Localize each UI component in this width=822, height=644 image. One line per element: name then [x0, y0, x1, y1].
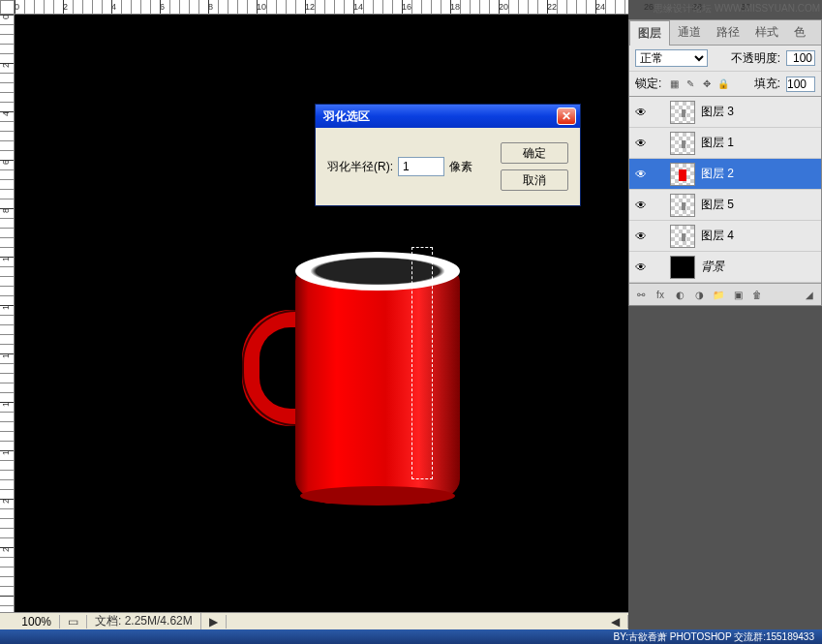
layers-panel: 图层 通道 路径 样式 色 正常 不透明度: 锁定: ▦ ✎ ✥ 🔒 填充: 👁…: [628, 19, 822, 306]
layer-name: 图层 5: [701, 197, 817, 213]
layer-name: 图层 1: [701, 135, 817, 151]
unit-label: 像素: [449, 159, 472, 175]
fx-icon[interactable]: fx: [653, 288, 668, 301]
fill-input[interactable]: [786, 77, 815, 92]
lock-paint-icon[interactable]: ✎: [684, 77, 697, 91]
layer-row[interactable]: 👁图层 5: [629, 190, 821, 221]
blend-mode-select[interactable]: 正常: [635, 49, 708, 67]
visibility-icon[interactable]: 👁: [633, 137, 649, 150]
layer-row[interactable]: 👁图层 3: [629, 97, 821, 128]
layer-name: 图层 4: [701, 228, 817, 244]
dialog-title: 羽化选区: [320, 108, 557, 125]
docinfo-arrow-icon[interactable]: ▶: [201, 615, 227, 629]
lock-label: 锁定:: [635, 76, 661, 92]
visibility-icon[interactable]: 👁: [633, 261, 649, 274]
scratch-icon[interactable]: ▭: [60, 615, 87, 629]
watermark-text: 思缘设计论坛 WWW.MISSYUAN.COM: [654, 2, 820, 15]
marquee-selection[interactable]: [411, 247, 433, 479]
opacity-input[interactable]: [786, 50, 815, 66]
footer-credit: BY:古欲香萧 PHOTOSHOP 交流群:155189433: [0, 629, 822, 644]
docinfo: 2.25M/4.62M: [125, 614, 193, 628]
link-layers-icon[interactable]: ⚯: [633, 288, 649, 301]
layer-thumbnail[interactable]: [670, 225, 695, 248]
tab-layers[interactable]: 图层: [629, 20, 670, 46]
adjustment-icon[interactable]: ◑: [691, 288, 707, 301]
visibility-icon[interactable]: 👁: [633, 106, 649, 119]
feather-dialog: 羽化选区 ✕ 羽化半径(R): 像素 确定 取消: [315, 104, 581, 206]
radius-label: 羽化半径(R):: [327, 159, 393, 175]
ruler-vertical: 024681111122: [0, 15, 15, 617]
dialog-titlebar[interactable]: 羽化选区 ✕: [316, 105, 580, 128]
docinfo-label: 文档:: [95, 614, 121, 628]
visibility-icon[interactable]: 👁: [633, 168, 649, 181]
layers-list: 👁图层 3👁图层 1👁图层 2👁图层 5👁图层 4👁背景: [629, 97, 821, 283]
layer-thumbnail[interactable]: [670, 256, 695, 279]
layer-thumbnail[interactable]: [670, 194, 695, 217]
layer-row[interactable]: 👁图层 1: [629, 128, 821, 159]
layer-thumbnail[interactable]: [670, 132, 695, 155]
mug-artwork: [247, 242, 470, 513]
layer-row[interactable]: 👁图层 4: [629, 221, 821, 252]
trash-icon[interactable]: 🗑: [749, 288, 765, 301]
tab-color[interactable]: 色: [786, 20, 813, 45]
tab-paths[interactable]: 路径: [709, 20, 747, 45]
tab-channels[interactable]: 通道: [670, 20, 709, 45]
mask-icon[interactable]: ◐: [672, 288, 687, 301]
close-icon[interactable]: ✕: [557, 107, 576, 125]
panel-tabs: 图层 通道 路径 样式 色: [629, 20, 821, 46]
zoom-input[interactable]: [8, 615, 51, 629]
panel-footer: ⚯ fx ◐ ◑ 📁 ▣ 🗑 ◢: [629, 283, 821, 305]
opacity-label: 不透明度:: [731, 50, 780, 67]
ruler-horizontal: 024681012141618202224262830: [15, 0, 628, 15]
tab-styles[interactable]: 样式: [747, 20, 786, 45]
radius-input[interactable]: [398, 157, 444, 176]
lock-transparent-icon[interactable]: ▦: [667, 77, 681, 91]
visibility-icon[interactable]: 👁: [633, 230, 649, 243]
layer-row[interactable]: 👁图层 2: [629, 159, 821, 190]
lock-all-icon[interactable]: 🔒: [716, 77, 730, 91]
lock-move-icon[interactable]: ✥: [700, 77, 714, 91]
status-bar: ▭ 文档: 2.25M/4.62M ▶ ◀: [0, 612, 628, 629]
layer-thumbnail[interactable]: [670, 101, 695, 124]
ok-button[interactable]: 确定: [501, 142, 568, 164]
layer-row[interactable]: 👁背景: [629, 252, 821, 283]
cancel-button[interactable]: 取消: [501, 169, 568, 191]
panel-resize-icon[interactable]: ◢: [802, 288, 817, 301]
visibility-icon[interactable]: 👁: [633, 199, 649, 212]
fill-label: 填充:: [754, 76, 780, 92]
folder-icon[interactable]: 📁: [711, 288, 726, 301]
new-layer-icon[interactable]: ▣: [730, 288, 746, 301]
layer-name: 图层 2: [701, 166, 817, 182]
ruler-corner: [0, 0, 15, 15]
layer-name: 图层 3: [701, 104, 817, 120]
layer-thumbnail[interactable]: [670, 163, 695, 186]
layer-name: 背景: [701, 259, 817, 275]
scroll-left-icon[interactable]: ◀: [603, 615, 628, 629]
